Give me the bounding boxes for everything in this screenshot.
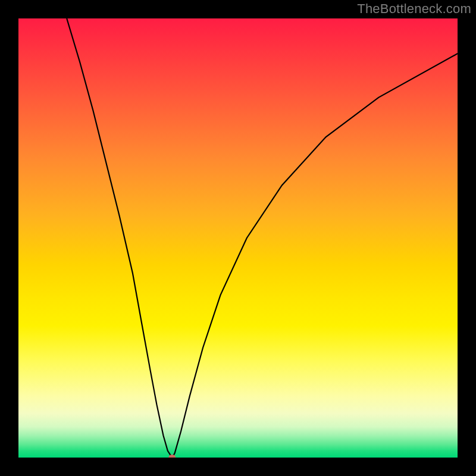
- plot-area: [18, 18, 458, 458]
- chart-svg: [18, 18, 458, 458]
- bottleneck-curve: [67, 18, 458, 458]
- watermark-text: TheBottleneck.com: [357, 1, 471, 17]
- chart-frame: TheBottleneck.com: [0, 0, 476, 476]
- minimum-marker: [168, 455, 176, 458]
